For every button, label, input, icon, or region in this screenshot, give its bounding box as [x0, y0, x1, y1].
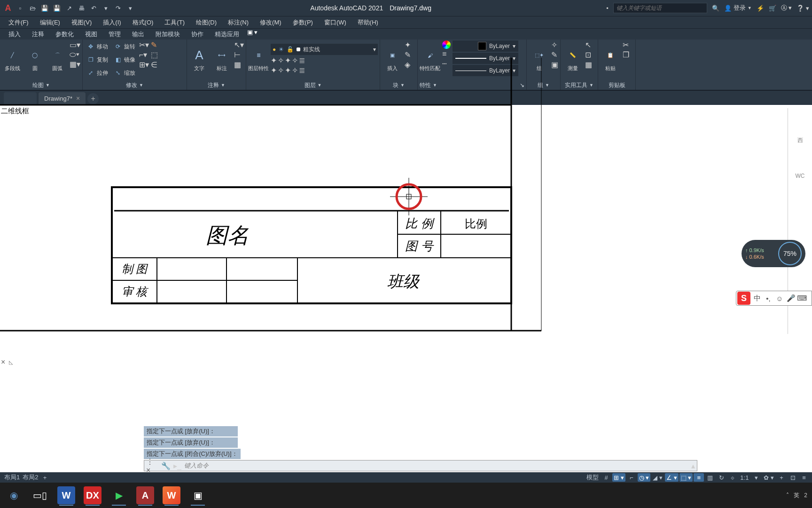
linetype-dropdown[interactable]: ByLayer▾: [453, 65, 518, 76]
array-icon[interactable]: ⊞▾: [139, 60, 149, 69]
tab-param[interactable]: 参数化: [50, 29, 79, 40]
customize-icon[interactable]: ⊡: [788, 473, 798, 482]
raster-icon[interactable]: ⚡: [757, 5, 764, 12]
tab-collab[interactable]: 协作: [186, 29, 209, 40]
menu-window[interactable]: 窗口(W): [319, 16, 352, 29]
hatch-icon[interactable]: ▦▾: [70, 60, 80, 69]
match-props-button[interactable]: 🖌特性匹配: [420, 40, 440, 78]
undo-icon[interactable]: ↶: [88, 3, 99, 13]
panel-props-label[interactable]: 特性▼↘: [420, 80, 524, 90]
color-dropdown[interactable]: ByLayer▾: [453, 40, 518, 52]
search-input[interactable]: [613, 3, 707, 13]
menu-help[interactable]: 帮助(H): [352, 16, 384, 29]
save-icon[interactable]: 💾: [39, 3, 50, 13]
offset-icon[interactable]: ∈: [151, 60, 158, 69]
dim-linear-icon[interactable]: ⊢: [234, 50, 244, 59]
layer-tool-icon[interactable]: ✦: [271, 66, 277, 75]
color-wheel-icon[interactable]: [442, 40, 451, 49]
cut-icon[interactable]: ✂: [623, 40, 629, 49]
group-button[interactable]: ⬚✦组: [529, 40, 549, 78]
app-icon[interactable]: Ⓐ ▾: [781, 4, 792, 12]
gear-icon[interactable]: ✿ ▾: [762, 473, 775, 482]
tab-output[interactable]: 输出: [126, 29, 150, 40]
autocad-app-icon[interactable]: A: [136, 486, 154, 504]
ungroup-icon[interactable]: ✧: [551, 40, 558, 49]
leader-icon[interactable]: ↖▾: [234, 40, 244, 49]
panel-group-label[interactable]: 组▼: [529, 80, 558, 90]
chevron-down-icon[interactable]: ▾: [101, 3, 111, 13]
drawing-tab[interactable]: Drawing7* ×: [39, 92, 86, 104]
dim-button[interactable]: ⟷标注: [211, 40, 232, 78]
erase-icon[interactable]: ✎: [151, 40, 158, 49]
circle-button[interactable]: ◯ 圆: [24, 40, 45, 78]
fillet-icon[interactable]: ⌐▾: [139, 50, 149, 59]
cycle-icon[interactable]: ↻: [716, 473, 726, 482]
start-tab[interactable]: [4, 92, 37, 104]
table-icon[interactable]: ▦: [234, 60, 244, 69]
dx-app-icon[interactable]: DX: [84, 486, 102, 504]
block-create-icon[interactable]: ✦: [405, 40, 411, 49]
layer-tool-icon[interactable]: ≣: [299, 66, 305, 75]
task-view-icon[interactable]: ▭▯: [31, 486, 49, 504]
snap-icon[interactable]: ⊞ ▾: [612, 473, 625, 482]
model-button[interactable]: 模型: [585, 473, 600, 482]
word-app-icon[interactable]: W: [57, 486, 75, 504]
menu-dim[interactable]: 标注(N): [222, 16, 254, 29]
start-button[interactable]: ◉: [5, 486, 23, 504]
ime-face-icon[interactable]: ☺: [774, 292, 785, 305]
web-icon[interactable]: ↗: [64, 3, 74, 13]
linetype-icon[interactable]: ┄: [442, 59, 451, 68]
tray-chevron-icon[interactable]: ˄: [786, 492, 789, 499]
layer-tool-icon[interactable]: ✧: [292, 66, 298, 75]
text-button[interactable]: A文字: [189, 40, 210, 78]
panel-layer-label[interactable]: 图层▼: [248, 80, 378, 90]
chevron-up-icon[interactable]: ▴: [691, 461, 695, 470]
block-attr-icon[interactable]: ◈: [405, 60, 411, 69]
calc-icon[interactable]: ▦: [585, 60, 592, 69]
layer-tool-icon[interactable]: ✦: [285, 66, 291, 75]
close-icon[interactable]: ×: [76, 95, 80, 102]
polar-icon[interactable]: ◷ ▾: [638, 473, 651, 482]
insert-block-button[interactable]: ▣插入: [382, 40, 403, 78]
close-icon[interactable]: ×: [1, 358, 5, 366]
measure-button[interactable]: 📏测量: [562, 40, 583, 78]
redo-icon[interactable]: ↷: [113, 3, 123, 13]
recorder-app-icon[interactable]: ▣: [189, 486, 207, 504]
cart-icon[interactable]: 🛒: [769, 5, 776, 12]
menu-tools[interactable]: 工具(T): [159, 16, 190, 29]
drawing-canvas[interactable]: 二维线框 图名 比 例 比例 图 号 制 图: [0, 105, 812, 480]
layer-tool-icon[interactable]: ✧: [278, 66, 284, 75]
command-handle-icon[interactable]: ⋮ ×: [146, 457, 158, 475]
line-button[interactable]: ╱ 多段线: [2, 40, 23, 78]
select-icon[interactable]: ↖: [585, 40, 592, 49]
menu-draw[interactable]: 绘图(D): [190, 16, 222, 29]
menu-icon[interactable]: ≡: [799, 473, 809, 482]
layer-tool-icon[interactable]: ✧: [292, 56, 298, 65]
help-icon[interactable]: ❔ ▾: [796, 5, 809, 12]
menu-format[interactable]: 格式(O): [127, 16, 159, 29]
id-icon[interactable]: ⊡: [585, 50, 592, 59]
menu-insert[interactable]: 插入(I): [97, 16, 126, 29]
add-drawing-button[interactable]: +: [87, 93, 99, 104]
paste-button[interactable]: 📋粘贴: [600, 40, 621, 78]
app-logo-icon[interactable]: A: [3, 3, 13, 13]
command-input[interactable]: 键入命令: [184, 461, 688, 470]
layer-dropdown[interactable]: ● ☀ 🔓 粗实线 ▾: [271, 44, 378, 55]
menu-modify[interactable]: 修改(M): [254, 16, 287, 29]
block-edit-icon[interactable]: ✎: [405, 50, 411, 59]
copy-button[interactable]: ❐复制: [85, 54, 110, 66]
share-icon[interactable]: •: [606, 5, 609, 12]
scale-button[interactable]: ⤡缩放: [112, 67, 137, 79]
tab-annot[interactable]: 注释: [26, 29, 50, 40]
rect-icon[interactable]: ▭▾: [70, 40, 80, 49]
stretch-button[interactable]: ⤢拉伸: [85, 67, 110, 79]
panel-util-label[interactable]: 实用工具▼: [562, 80, 596, 90]
wrench-icon[interactable]: 🔧: [161, 461, 171, 470]
wps-app-icon[interactable]: W: [163, 486, 180, 504]
transparency-icon[interactable]: ▥: [705, 473, 715, 482]
mirror-button[interactable]: ◧镜像: [112, 54, 137, 66]
tray-lang[interactable]: 英: [794, 492, 799, 500]
search-icon[interactable]: 🔍: [712, 5, 719, 12]
menu-edit[interactable]: 编辑(E): [34, 16, 66, 29]
layer-tool-icon[interactable]: ✦: [271, 56, 277, 65]
